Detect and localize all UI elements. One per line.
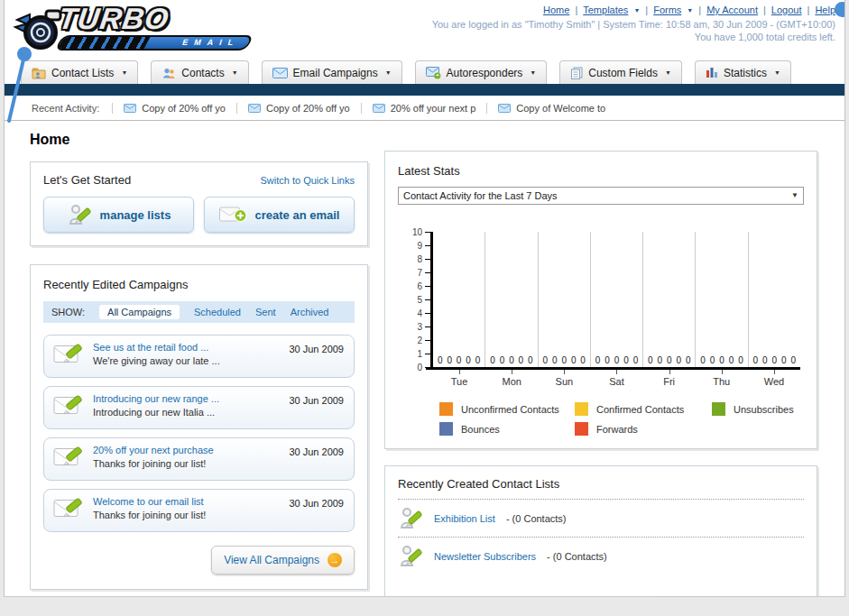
recent-activity-link[interactable]: Copy of 20% off yo — [142, 103, 226, 114]
tab-contact-lists[interactable]: Contact Lists ▼ — [21, 60, 138, 84]
filter-sent[interactable]: Sent — [255, 307, 276, 317]
data-value-label: 0 — [633, 355, 639, 365]
chevron-down-icon: ▼ — [687, 7, 693, 14]
recent-activity-link[interactable]: 20% off your next p — [391, 103, 476, 114]
tab-autoresponders[interactable]: Autoresponders ▼ — [415, 60, 548, 84]
main-content: Home Let's Get Started Switch to Quick L… — [5, 121, 844, 597]
y-axis-tick: 7 — [417, 268, 430, 278]
tab-custom-fields[interactable]: Custom Fields ▼ — [559, 60, 682, 84]
main-tab-bar: Contact Lists ▼ Contacts ▼ Email Campaig… — [5, 58, 844, 84]
recent-activity-link[interactable]: Copy of Welcome to — [516, 103, 605, 114]
recent-activity-link[interactable]: Copy of 20% off yo — [266, 103, 350, 114]
data-value-label: 0 — [762, 355, 768, 365]
campaign-list-item[interactable]: 20% off your next purchase Thanks for jo… — [43, 437, 355, 481]
campaign-subtitle: We're giving away our late ... — [93, 355, 276, 366]
x-axis-label: Sat — [590, 370, 642, 387]
manage-lists-button[interactable]: manage lists — [43, 197, 194, 233]
view-all-campaigns-button[interactable]: View All Campaigns → — [211, 546, 355, 575]
legend-swatch — [575, 422, 588, 436]
logo-title: TURBO — [57, 4, 253, 34]
nav-link-my-account[interactable]: My Account — [706, 5, 758, 15]
see-all-contact-lists-button[interactable]: See All Contact Lists → — [657, 596, 804, 597]
contact-list-item[interactable]: Newsletter Subscribers - (0 Contacts) — [398, 538, 804, 575]
recent-activity-item[interactable]: 20% off your next p — [361, 103, 487, 114]
data-value-label: 0 — [614, 355, 620, 365]
contact-list-name-link[interactable]: Exhibition List — [434, 513, 495, 524]
campaign-list-item[interactable]: Welcome to our email list Thanks for joi… — [43, 489, 355, 532]
data-value-label: 0 — [519, 355, 524, 365]
tab-statistics[interactable]: Statistics ▼ — [695, 60, 791, 84]
recent-activity-item[interactable]: Copy of Welcome to — [486, 103, 616, 114]
campaign-list-item[interactable]: See us at the retail food ... We're givi… — [43, 335, 355, 378]
legend-item: Forwards — [575, 422, 712, 436]
recently-edited-campaigns-panel: Recently Edited Campaigns SHOW: All Camp… — [30, 264, 368, 590]
legend-swatch — [439, 402, 453, 416]
nav-link-logout[interactable]: Logout — [771, 5, 802, 15]
chart-legend: Unconfirmed ContactsConfirmed ContactsUn… — [439, 402, 800, 436]
campaign-title-link[interactable]: Welcome to our email list — [93, 496, 276, 507]
contact-list-item[interactable]: Exhibition List - (0 Contacts) — [398, 500, 804, 537]
data-value-label: 0 — [686, 355, 691, 365]
x-axis-label: Wed — [748, 370, 800, 387]
logo-stripes — [58, 37, 151, 49]
data-value-label: 0 — [447, 355, 452, 365]
x-axis-label: Tue — [433, 370, 485, 387]
contact-list-count: - (0 Contacts) — [547, 551, 607, 562]
y-axis-tick: 10 — [412, 227, 430, 237]
data-value-label: 0 — [753, 355, 759, 365]
stats-period-select[interactable]: Contact Activity for the Last 7 Days — [398, 187, 804, 205]
get-started-title: Let's Get Started — [43, 173, 131, 187]
legend-item: Unsubscribes — [712, 402, 800, 416]
data-value-label: 0 — [772, 355, 778, 365]
legend-item: Unconfirmed Contacts — [439, 402, 575, 416]
campaign-subtitle: Thanks for joining our list! — [93, 510, 276, 520]
nav-separator: | — [575, 5, 577, 15]
credits-info-text: You have 1,000 total credits left. — [695, 32, 835, 42]
tab-contacts[interactable]: Contacts ▼ — [151, 60, 248, 84]
header: TURBO EMAIL Home | Templates ▼ | Forms ▼… — [5, 0, 844, 58]
chevron-down-icon: ▼ — [774, 69, 780, 76]
filter-archived[interactable]: Archived — [291, 307, 329, 317]
campaign-title-link[interactable]: 20% off your next purchase — [93, 445, 276, 455]
envelope-icon — [272, 68, 288, 78]
campaign-title-link[interactable]: See us at the retail food ... — [93, 342, 276, 353]
campaign-title-link[interactable]: Introducing our new range ... — [93, 393, 276, 404]
campaign-date: 30 Jun 2009 — [289, 344, 344, 354]
nav-separator: | — [807, 5, 810, 15]
logo-subtitle: EMAIL — [181, 38, 241, 47]
person-pencil-icon — [398, 506, 423, 530]
contact-list-name-link[interactable]: Newsletter Subscribers — [434, 551, 536, 562]
turbo-email-app: TURBO EMAIL Home | Templates ▼ | Forms ▼… — [0, 0, 849, 616]
page-title: Home — [30, 132, 368, 148]
data-value-label: 0 — [509, 355, 514, 365]
data-value-label: 0 — [475, 355, 481, 365]
recent-activity-item[interactable]: Copy of 20% off yo — [236, 103, 361, 114]
nav-separator: | — [698, 5, 701, 15]
filter-scheduled[interactable]: Scheduled — [194, 307, 241, 317]
nav-link-forms[interactable]: Forms — [653, 5, 681, 15]
campaign-list-item[interactable]: Introducing our new range ... Introducin… — [43, 386, 355, 429]
campaigns-filter-bar: SHOW: All Campaigns Scheduled Sent Archi… — [43, 301, 355, 323]
tab-label: Contact Lists — [51, 67, 114, 79]
nav-link-templates[interactable]: Templates — [583, 5, 628, 15]
nav-separator: | — [645, 5, 648, 15]
create-an-email-button[interactable]: create an email — [204, 197, 355, 233]
right-column: Latest Stats Contact Activity for the La… — [384, 123, 817, 597]
people-icon — [161, 67, 176, 79]
data-value-label: 0 — [604, 355, 610, 365]
chevron-down-icon: ▼ — [633, 7, 640, 14]
chevron-down-icon: ▼ — [385, 69, 392, 76]
filter-all-campaigns[interactable]: All Campaigns — [99, 305, 180, 319]
tab-label: Custom Fields — [588, 67, 658, 79]
data-value-label: 0 — [466, 355, 471, 365]
switch-to-quick-links-link[interactable]: Switch to Quick Links — [260, 175, 355, 186]
tab-label: Autoresponders — [447, 67, 523, 79]
tab-email-campaigns[interactable]: Email Campaigns ▼ — [262, 60, 402, 84]
nav-link-help[interactable]: Help — [815, 5, 835, 15]
chart-y-axis: 012345678910 — [403, 232, 430, 367]
nav-link-home[interactable]: Home — [543, 5, 569, 15]
recent-activity-label: Recent Activity: — [32, 103, 99, 114]
recent-activity-item[interactable]: Copy of 20% off yo — [112, 103, 236, 114]
legend-swatch — [439, 422, 453, 436]
chart-day-group: 00000 — [433, 232, 484, 367]
